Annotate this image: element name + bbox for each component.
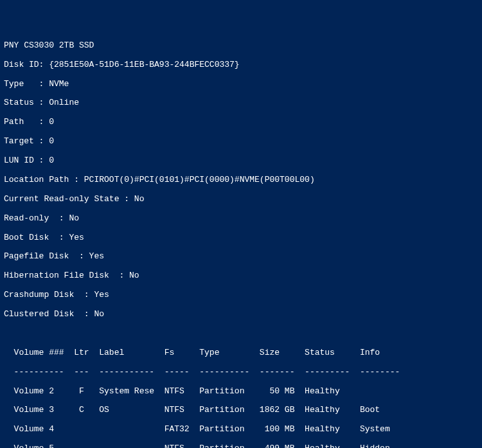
disk-id: Disk ID: {2851E50A-51D6-11EB-BA93-244BFE…: [4, 60, 478, 70]
disk-type: Type : NVMe: [4, 80, 478, 89]
disk-crashdump: Crashdump Disk : Yes: [4, 291, 478, 300]
blank-line: [4, 329, 478, 339]
disk-boot: Boot Disk : Yes: [4, 233, 478, 243]
disk-pagefile: Pagefile Disk : Yes: [4, 252, 478, 262]
volume-header: Volume ### Ltr Label Fs Type Size Status…: [4, 348, 478, 358]
disk-target: Target : 0: [4, 137, 478, 147]
volume-row: Volume 2 F System Rese NTFS Partition 50…: [4, 387, 478, 397]
disk-read-only: Read-only : No: [4, 214, 478, 224]
disk-name: PNY CS3030 2TB SSD: [4, 41, 478, 51]
disk-status: Status : Online: [4, 98, 478, 108]
volume-row: Volume 4 FAT32 Partition 100 MB Healthy …: [4, 425, 478, 435]
disk-lun: LUN ID : 0: [4, 156, 478, 166]
disk-path: Path : 0: [4, 118, 478, 127]
volume-divider: ---------- --- ----------- ----- -------…: [4, 368, 478, 377]
disk-ro-state: Current Read-only State : No: [4, 195, 478, 204]
disk-hibernation: Hibernation File Disk : No: [4, 271, 478, 281]
disk-clustered: Clustered Disk : No: [4, 310, 478, 319]
disk-location: Location Path : PCIROOT(0)#PCI(0101)#PCI…: [4, 175, 478, 185]
volume-row: Volume 5 NTFS Partition 499 MB Healthy H…: [4, 444, 478, 448]
volume-row: Volume 3 C OS NTFS Partition 1862 GB Hea…: [4, 406, 478, 415]
